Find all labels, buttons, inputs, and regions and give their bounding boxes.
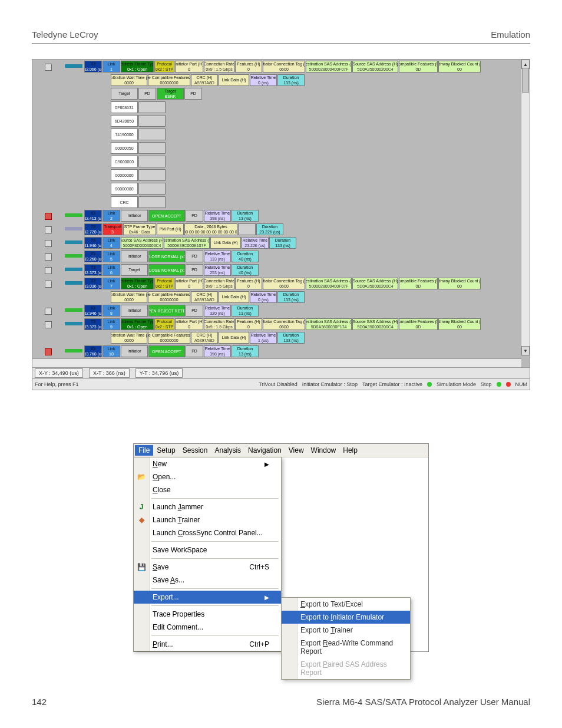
trace-cell[interactable]: Link9	[103, 318, 120, 330]
trace-cell[interactable]: CRC	[111, 196, 138, 208]
trace-cell[interactable]: Compatible Features (H)0D	[399, 278, 438, 289]
submenu-item[interactable]: Export to Initiator Emulator	[282, 611, 410, 624]
trace-cell[interactable]: OPEN ACCEPT	[148, 345, 185, 357]
trace-cell[interactable]	[138, 196, 166, 208]
trace-cell[interactable]: Duration13 (ns)	[232, 210, 259, 222]
trace-cell[interactable]: CRC (H)A5397A8D	[191, 74, 218, 86]
scroll-thumb[interactable]	[522, 68, 529, 93]
trace-cell[interactable]: Transport3	[103, 223, 123, 235]
trace-cell[interactable]: Initiator Connection Tag (H)0600	[263, 278, 305, 289]
trace-cell[interactable]: Data , 2048 Bytes00 00 00 00 00 00 00 00…	[184, 223, 237, 235]
trace-cell[interactable]: Relative Time0 (ns)	[250, 291, 277, 303]
trace-cell[interactable]: IO282.946 (us)	[84, 305, 102, 317]
trace-cell[interactable]	[138, 169, 166, 181]
trace-cell[interactable]: Arbitration Wait Time (H)0000	[111, 291, 147, 303]
trace-cell[interactable]: More Compatible Features (H)00000000	[148, 291, 190, 303]
row-gutter[interactable]	[34, 264, 63, 277]
trace-cell[interactable]: TargetBSNK	[157, 88, 184, 100]
menu-item[interactable]: ◆Launch Trainer	[134, 513, 281, 526]
trace-cell[interactable]: Initiator Port (H)0	[175, 278, 203, 289]
menu-item[interactable]: Save WorkSpace	[134, 543, 281, 556]
menu-item[interactable]: Launch CrossSync Control Panel...	[134, 526, 281, 539]
trace-cell[interactable]: Link5	[103, 251, 120, 262]
menu-item[interactable]: Save As...	[134, 574, 281, 587]
trace-cell[interactable]: Duration133 (ns)	[277, 74, 305, 86]
trace-cell[interactable]: Relative Time133 (ns)	[204, 251, 231, 262]
row-gutter[interactable]	[34, 223, 63, 236]
trace-cell[interactable]: T3282.720 (us)	[84, 223, 102, 235]
row-gutter[interactable]	[34, 318, 63, 331]
trace-cell[interactable]: Link2	[103, 210, 120, 222]
trace-cell[interactable]: Link Data (H)	[219, 74, 249, 86]
trace-cell[interactable]: T2282.066 (us)	[84, 61, 102, 73]
trace-cell[interactable]: Source SAS Address (H)5D0A350000200C4	[352, 61, 398, 73]
trace-cell[interactable]: Source SAS Address (H)5000F8D0003003C4	[121, 237, 163, 249]
trace-cell[interactable]: 00000000	[111, 169, 138, 181]
trace-cell[interactable]: Compatible Features (H)0D	[399, 61, 438, 73]
trace-cell[interactable]: STP Frame Type0x46 : Data	[123, 223, 156, 235]
trace-cell[interactable]: Features (H)0	[235, 318, 262, 330]
trace-cell[interactable]: 00000000	[111, 183, 138, 195]
trace-cell[interactable]: Destination SAS Address (H)5000028000400…	[306, 61, 352, 73]
trace-cell[interactable]: Protocol0x2 : STP	[154, 318, 174, 330]
trace-cell[interactable]: Relative Time1 (us)	[250, 332, 277, 344]
trace-cell[interactable]: Pathway Blocked Count (H)00	[438, 318, 481, 330]
trace-cell[interactable]: Relative Time253 (ns)	[204, 264, 231, 276]
row-gutter[interactable]	[34, 61, 63, 74]
trace-cell[interactable]: T3281.946 (us)	[84, 237, 102, 249]
trace-cell[interactable]: Arbitration Wait Time (H)0000	[111, 74, 147, 86]
trace-cell[interactable]: Address Frame Type0x1 : Open	[121, 278, 154, 289]
menu-analysis[interactable]: Analysis	[214, 446, 241, 454]
trace-cell[interactable]: PD	[186, 264, 203, 276]
submenu-item[interactable]: Export Read-Write Command Report	[282, 637, 410, 658]
trace-cell[interactable]: Duration133 (ns)	[269, 237, 296, 249]
trace-cell[interactable]: Target	[121, 264, 148, 276]
trace-cell[interactable]: Link Data (H)	[219, 291, 249, 303]
menu-item[interactable]: Trace Properties	[134, 608, 281, 621]
trace-cell[interactable]: PM Port (H)	[157, 223, 184, 235]
trace-cell[interactable]: Initiator Port (H)0	[175, 61, 203, 73]
trace-cell[interactable]: Relative Time398 (ns)	[204, 210, 231, 222]
trace-cell[interactable]: Destination SAS Address (H)5D0A3600030F1…	[306, 318, 352, 330]
trace-cell[interactable]: IO282.413 (us)	[84, 210, 102, 222]
trace-cell[interactable]: Target	[111, 88, 138, 100]
trace-cell[interactable]: Initiator	[121, 251, 148, 262]
trace-cell[interactable]: T2283.036 (us)	[84, 278, 102, 289]
trace-cell[interactable]: Duration13 (ns)	[232, 305, 259, 317]
trace-cell[interactable]: Address Frame Type0x1 : Open	[121, 318, 154, 330]
row-gutter[interactable]	[34, 345, 63, 358]
trace-cell[interactable]: More Compatible Features (H)00000000	[148, 74, 190, 86]
trace-cell[interactable]	[138, 142, 166, 154]
menu-file[interactable]: File	[135, 445, 153, 456]
trace-cell[interactable]: C9000000	[111, 156, 138, 167]
menu-window[interactable]: Window	[311, 446, 336, 454]
trace-cell[interactable]: 0F808631	[111, 101, 138, 113]
trace-cell[interactable]: Link Data (H)	[219, 332, 249, 344]
trace-cell[interactable]: OPEN ACCEPT	[148, 210, 185, 222]
export-submenu[interactable]: Export to Text/ExcelExport to Initiator …	[281, 597, 411, 680]
trace-cell[interactable]: Relative Time0 (ns)	[250, 74, 277, 86]
trace-cell[interactable]	[138, 129, 166, 140]
menu-session[interactable]: Session	[183, 446, 208, 454]
trace-cell[interactable]: IO283.760 (us)	[84, 345, 102, 357]
menu-help[interactable]: Help	[343, 446, 358, 454]
trace-cell[interactable]: Compatible Features (H)0D	[399, 318, 438, 330]
menu-item[interactable]: JLaunch Jammer	[134, 500, 281, 513]
trace-cell[interactable]: CRC (H)A5397A8D	[191, 332, 218, 344]
menu-item[interactable]: New▶	[134, 457, 281, 470]
trace-cell[interactable]	[238, 223, 256, 235]
menu-item[interactable]: Export...▶	[134, 591, 281, 604]
trace-cell[interactable]: Protocol0x2 : STP	[154, 278, 174, 289]
trace-cell[interactable]: Connection Rate0x9 : 1.5 Gbps	[204, 278, 234, 289]
trace-cell[interactable]: Duration40 (ns)	[232, 251, 259, 262]
row-gutter[interactable]	[34, 251, 63, 263]
scroll-down-icon[interactable]: ▼	[521, 346, 530, 355]
trace-cell[interactable]: IO283.260 (us)	[84, 251, 102, 262]
trace-cell[interactable]: CLOSE NORMAL (x3)	[148, 251, 185, 262]
trace-cell[interactable]: Initiator Port (H)0	[175, 318, 203, 330]
file-menu[interactable]: New▶📂Open...CloseJLaunch Jammer◆Launch T…	[133, 457, 282, 651]
trace-cell[interactable]: Arbitration Wait Time (H)0000	[111, 332, 147, 344]
trace-cell[interactable]: Link7	[103, 278, 120, 289]
trace-cell[interactable]: Link6	[103, 264, 120, 276]
trace-cell[interactable]: PD	[138, 88, 156, 100]
